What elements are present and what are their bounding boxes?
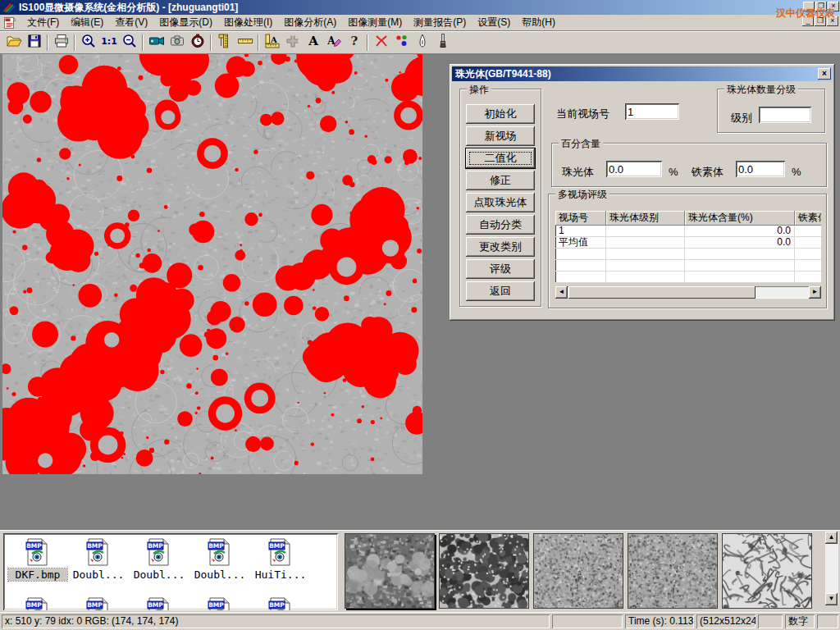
print-icon	[53, 33, 70, 52]
file-item-HuiTi...[interactable]: BMPHuiTi...	[251, 538, 310, 581]
table-cell	[555, 249, 606, 259]
child-minimize-button[interactable]: _	[802, 16, 814, 26]
menu-item-8[interactable]: 测量报告(P)	[408, 15, 472, 30]
file-item-partial[interactable]: BMP	[8, 597, 67, 610]
thumbnail-5[interactable]	[722, 533, 812, 609]
toolbar-button-text-annotate[interactable]: A	[303, 33, 323, 52]
table-cell	[555, 260, 606, 271]
op-button-9[interactable]: 返回	[466, 281, 535, 301]
restore-button[interactable]: ❐	[815, 2, 827, 11]
table-row-2[interactable]: 平均值0.0	[555, 237, 821, 249]
toolbar-button-save-file[interactable]	[24, 33, 44, 52]
op-button-4[interactable]: 修正	[466, 171, 535, 190]
toolbar-button-brush-tool[interactable]	[432, 33, 453, 52]
thumbnail-4[interactable]	[628, 533, 718, 609]
table-cell	[795, 237, 821, 248]
file-item-Doubl...[interactable]: BMPDoubl...	[130, 538, 189, 581]
toolbar-button-text-edit[interactable]: A	[323, 33, 344, 52]
file-label: DKF.bmp	[8, 568, 67, 581]
op-button-1[interactable]: 初始化	[466, 104, 535, 124]
table-cell	[795, 260, 821, 271]
op-button-3[interactable]: 二值化	[466, 148, 535, 168]
file-item-partial[interactable]: BMP	[130, 597, 189, 610]
thumbnail-1[interactable]	[345, 533, 435, 609]
calibrate-ruler-icon: A	[264, 33, 281, 52]
menu-item-1[interactable]: 文件(F)	[21, 15, 65, 30]
toolbar-button-camera-capture[interactable]	[167, 33, 187, 52]
table-cell: 0.0	[685, 237, 795, 248]
thumbnail-3[interactable]	[533, 533, 623, 609]
toolbar-button-ruler-measure[interactable]	[235, 33, 255, 52]
menu-item-4[interactable]: 图像显示(D)	[153, 15, 218, 30]
child-restore-button[interactable]: ❐	[815, 16, 826, 26]
file-scrollbar[interactable]: ▲ ▼	[825, 532, 838, 605]
toolbar-button-video-camera[interactable]	[146, 33, 167, 52]
document-icon	[3, 16, 16, 30]
svg-text:BMP: BMP	[208, 542, 224, 550]
grade-input[interactable]	[759, 107, 811, 123]
operation-group: 操作 初始化新视场二值化修正点取珠光体自动分类更改类别评级返回	[459, 89, 541, 307]
menu-item-6[interactable]: 图像分析(A)	[278, 15, 342, 30]
micrograph-image[interactable]	[2, 54, 422, 474]
menu-item-3[interactable]: 查看(V)	[109, 15, 153, 30]
table-cell	[606, 272, 685, 282]
table-row-4[interactable]	[555, 260, 821, 272]
current-field-input[interactable]	[625, 103, 679, 120]
dialog-close-button[interactable]: ×	[818, 68, 831, 80]
op-button-8[interactable]: 评级	[466, 259, 535, 279]
table-cell	[685, 272, 795, 282]
menu-item-10[interactable]: 帮助(H)	[516, 15, 561, 30]
scroll-left-icon[interactable]: ◄	[555, 286, 568, 299]
file-item-partial[interactable]: BMP	[69, 597, 128, 610]
toolbar-button-particle-count[interactable]	[391, 33, 412, 52]
toolbar-button-open-file[interactable]	[3, 33, 24, 52]
file-item-DKF.bmp[interactable]: BMPDKF.bmp	[8, 538, 67, 581]
toolbar-button-grid-cross[interactable]	[282, 33, 303, 52]
table-row-1[interactable]: 10.0	[555, 226, 821, 237]
toolbar-button-calibrate-ruler[interactable]: A	[262, 33, 282, 52]
particle-count-icon	[394, 33, 410, 52]
toolbar-button-help[interactable]: ?	[344, 33, 364, 52]
child-close-button[interactable]: ×	[827, 16, 838, 26]
camera-capture-icon	[169, 33, 185, 52]
op-button-7[interactable]: 更改类别	[466, 237, 535, 257]
toolbar-button-delete-measure[interactable]	[371, 33, 391, 52]
toolbar-button-pen-tool[interactable]	[412, 33, 432, 52]
app-icon	[2, 2, 16, 13]
minimize-button[interactable]: _	[803, 2, 815, 11]
file-item-Doubl...[interactable]: BMPDoubl...	[69, 538, 128, 581]
table-hscrollbar[interactable]: ◄ ►	[555, 286, 821, 299]
toolbar-separator	[367, 34, 368, 51]
close-button[interactable]: ×	[828, 2, 839, 11]
toolbar-button-one-to-one[interactable]: 1:1	[98, 33, 119, 52]
file-item-Doubl...[interactable]: BMPDoubl...	[190, 538, 249, 581]
op-button-5[interactable]: 点取珠光体	[466, 193, 535, 212]
toolbar-button-caliper-measure[interactable]	[214, 33, 235, 52]
toolbar-button-zoom-in[interactable]	[78, 33, 98, 52]
window-title: IS100显微摄像系统(金相分析版) - [zhuguangti01]	[19, 1, 238, 15]
file-scroll-up-icon[interactable]: ▲	[825, 532, 838, 544]
menu-item-9[interactable]: 设置(S)	[472, 15, 516, 30]
toolbar-button-zoom-out[interactable]	[119, 33, 139, 52]
menu-item-2[interactable]: 编辑(E)	[65, 15, 109, 30]
svg-text:BMP: BMP	[148, 542, 163, 550]
file-item-partial[interactable]: BMP	[190, 597, 249, 610]
percent-group: 百分含量 珠光体 % 铁素体 %	[551, 143, 827, 187]
toolbar-button-print[interactable]	[51, 33, 71, 52]
menu-item-7[interactable]: 图像测量(M)	[342, 15, 408, 30]
op-button-6[interactable]: 自动分类	[466, 215, 535, 235]
multi-field-group: 多视场评级 视场号珠光体级别珠光体含量(%)铁素体含量(%) 10.0平均值0.…	[548, 194, 827, 308]
thumbnail-2[interactable]	[439, 533, 529, 609]
toolbar-button-timer[interactable]	[187, 33, 208, 52]
table-row-3[interactable]	[555, 249, 821, 260]
menu-item-5[interactable]: 图像处理(I)	[218, 15, 278, 30]
file-item-partial[interactable]: BMP	[251, 597, 310, 610]
file-scroll-down-icon[interactable]: ▼	[825, 593, 838, 605]
ferrite-percent-input[interactable]	[736, 161, 785, 177]
table-row-5[interactable]	[555, 272, 821, 283]
scroll-thumb[interactable]	[568, 286, 756, 299]
scroll-right-icon[interactable]: ►	[809, 286, 821, 299]
open-file-icon	[6, 33, 22, 52]
pearlite-percent-input[interactable]	[606, 161, 662, 177]
op-button-2[interactable]: 新视场	[466, 126, 535, 146]
